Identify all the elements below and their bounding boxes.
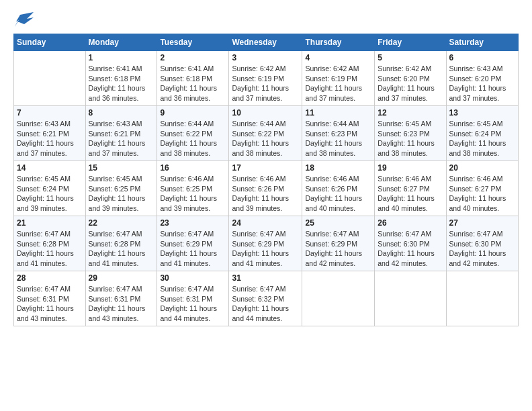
day-number: 8 <box>89 108 154 118</box>
calendar-cell: 27Sunrise: 6:47 AMSunset: 6:30 PMDayligh… <box>446 216 518 271</box>
day-number: 12 <box>378 108 443 118</box>
calendar-cell: 11Sunrise: 6:44 AMSunset: 6:23 PMDayligh… <box>302 106 375 161</box>
day-number: 18 <box>305 163 371 173</box>
day-detail: Sunrise: 6:46 AMSunset: 6:26 PMDaylight:… <box>305 174 371 214</box>
weekday-saturday: Saturday <box>446 34 518 51</box>
day-detail: Sunrise: 6:44 AMSunset: 6:22 PMDaylight:… <box>232 119 299 158</box>
calendar-cell: 10Sunrise: 6:44 AMSunset: 6:22 PMDayligh… <box>229 106 302 161</box>
calendar-cell: 29Sunrise: 6:47 AMSunset: 6:31 PMDayligh… <box>85 271 157 326</box>
calendar-cell: 14Sunrise: 6:45 AMSunset: 6:24 PMDayligh… <box>14 161 86 216</box>
week-row-5: 28Sunrise: 6:47 AMSunset: 6:31 PMDayligh… <box>14 271 519 326</box>
day-number: 20 <box>449 163 515 173</box>
calendar-cell: 15Sunrise: 6:45 AMSunset: 6:25 PMDayligh… <box>85 161 157 216</box>
day-detail: Sunrise: 6:42 AMSunset: 6:19 PMDaylight:… <box>232 64 299 103</box>
calendar-cell: 16Sunrise: 6:46 AMSunset: 6:25 PMDayligh… <box>157 161 229 216</box>
day-number: 15 <box>89 163 154 173</box>
day-number: 9 <box>160 108 226 118</box>
day-detail: Sunrise: 6:46 AMSunset: 6:26 PMDaylight:… <box>232 174 299 214</box>
weekday-monday: Monday <box>85 34 157 51</box>
weekday-wednesday: Wednesday <box>229 34 302 51</box>
day-number: 13 <box>449 108 515 118</box>
svg-marker-0 <box>15 12 34 27</box>
calendar-table: SundayMondayTuesdayWednesdayThursdayFrid… <box>13 34 519 326</box>
day-detail: Sunrise: 6:44 AMSunset: 6:22 PMDaylight:… <box>160 119 226 158</box>
calendar-cell <box>14 51 86 106</box>
day-number: 28 <box>17 273 83 283</box>
calendar-cell: 21Sunrise: 6:47 AMSunset: 6:28 PMDayligh… <box>14 216 86 271</box>
calendar-cell <box>446 271 518 326</box>
day-detail: Sunrise: 6:47 AMSunset: 6:32 PMDaylight:… <box>232 284 299 324</box>
day-detail: Sunrise: 6:47 AMSunset: 6:28 PMDaylight:… <box>89 229 154 269</box>
calendar-cell: 13Sunrise: 6:45 AMSunset: 6:24 PMDayligh… <box>446 106 518 161</box>
day-number: 30 <box>160 273 226 283</box>
day-detail: Sunrise: 6:45 AMSunset: 6:24 PMDaylight:… <box>17 174 83 214</box>
calendar-cell: 4Sunrise: 6:42 AMSunset: 6:19 PMDaylight… <box>302 51 375 106</box>
page: SundayMondayTuesdayWednesdayThursdayFrid… <box>0 0 532 411</box>
calendar-cell: 19Sunrise: 6:46 AMSunset: 6:27 PMDayligh… <box>375 161 446 216</box>
week-row-4: 21Sunrise: 6:47 AMSunset: 6:28 PMDayligh… <box>14 216 519 271</box>
day-detail: Sunrise: 6:47 AMSunset: 6:29 PMDaylight:… <box>160 229 226 269</box>
header <box>13 12 519 27</box>
calendar-cell: 7Sunrise: 6:43 AMSunset: 6:21 PMDaylight… <box>14 106 86 161</box>
logo-bird-icon <box>15 12 34 27</box>
day-number: 16 <box>160 163 226 173</box>
logo <box>13 12 34 27</box>
calendar-cell: 23Sunrise: 6:47 AMSunset: 6:29 PMDayligh… <box>157 216 229 271</box>
day-detail: Sunrise: 6:47 AMSunset: 6:29 PMDaylight:… <box>305 229 371 269</box>
calendar-cell: 17Sunrise: 6:46 AMSunset: 6:26 PMDayligh… <box>229 161 302 216</box>
calendar-cell <box>375 271 446 326</box>
day-number: 4 <box>305 53 371 62</box>
weekday-thursday: Thursday <box>302 34 375 51</box>
weekday-sunday: Sunday <box>14 34 86 51</box>
day-number: 24 <box>232 218 299 228</box>
day-detail: Sunrise: 6:42 AMSunset: 6:20 PMDaylight:… <box>378 64 443 103</box>
day-number: 21 <box>17 218 83 228</box>
day-number: 7 <box>17 108 83 118</box>
day-number: 17 <box>232 163 299 173</box>
weekday-tuesday: Tuesday <box>157 34 229 51</box>
day-detail: Sunrise: 6:45 AMSunset: 6:25 PMDaylight:… <box>89 174 154 214</box>
week-row-3: 14Sunrise: 6:45 AMSunset: 6:24 PMDayligh… <box>14 161 519 216</box>
day-number: 2 <box>160 53 226 62</box>
day-detail: Sunrise: 6:46 AMSunset: 6:25 PMDaylight:… <box>160 174 226 214</box>
calendar-cell: 18Sunrise: 6:46 AMSunset: 6:26 PMDayligh… <box>302 161 375 216</box>
day-detail: Sunrise: 6:45 AMSunset: 6:24 PMDaylight:… <box>449 119 515 158</box>
calendar-cell: 6Sunrise: 6:43 AMSunset: 6:20 PMDaylight… <box>446 51 518 106</box>
calendar-cell: 5Sunrise: 6:42 AMSunset: 6:20 PMDaylight… <box>375 51 446 106</box>
day-number: 31 <box>232 273 299 283</box>
calendar-cell: 20Sunrise: 6:46 AMSunset: 6:27 PMDayligh… <box>446 161 518 216</box>
day-number: 19 <box>378 163 443 173</box>
day-detail: Sunrise: 6:47 AMSunset: 6:30 PMDaylight:… <box>449 229 515 269</box>
day-detail: Sunrise: 6:47 AMSunset: 6:31 PMDaylight:… <box>160 284 226 324</box>
day-number: 11 <box>305 108 371 118</box>
day-detail: Sunrise: 6:47 AMSunset: 6:31 PMDaylight:… <box>17 284 83 324</box>
calendar-cell: 1Sunrise: 6:41 AMSunset: 6:18 PMDaylight… <box>85 51 157 106</box>
calendar-cell: 2Sunrise: 6:41 AMSunset: 6:18 PMDaylight… <box>157 51 229 106</box>
day-number: 29 <box>89 273 154 283</box>
day-detail: Sunrise: 6:47 AMSunset: 6:30 PMDaylight:… <box>378 229 443 269</box>
calendar-cell <box>302 271 375 326</box>
day-number: 27 <box>449 218 515 228</box>
week-row-1: 1Sunrise: 6:41 AMSunset: 6:18 PMDaylight… <box>14 51 519 106</box>
day-detail: Sunrise: 6:46 AMSunset: 6:27 PMDaylight:… <box>449 174 515 214</box>
weekday-header-row: SundayMondayTuesdayWednesdayThursdayFrid… <box>14 34 519 51</box>
calendar-cell: 31Sunrise: 6:47 AMSunset: 6:32 PMDayligh… <box>229 271 302 326</box>
calendar-cell: 30Sunrise: 6:47 AMSunset: 6:31 PMDayligh… <box>157 271 229 326</box>
day-number: 22 <box>89 218 154 228</box>
day-detail: Sunrise: 6:44 AMSunset: 6:23 PMDaylight:… <box>305 119 371 158</box>
week-row-2: 7Sunrise: 6:43 AMSunset: 6:21 PMDaylight… <box>14 106 519 161</box>
day-detail: Sunrise: 6:47 AMSunset: 6:31 PMDaylight:… <box>89 284 154 324</box>
calendar-cell: 8Sunrise: 6:43 AMSunset: 6:21 PMDaylight… <box>85 106 157 161</box>
day-detail: Sunrise: 6:42 AMSunset: 6:19 PMDaylight:… <box>305 64 371 103</box>
day-number: 5 <box>378 53 443 62</box>
day-detail: Sunrise: 6:45 AMSunset: 6:23 PMDaylight:… <box>378 119 443 158</box>
logo-text <box>13 12 34 27</box>
day-detail: Sunrise: 6:47 AMSunset: 6:28 PMDaylight:… <box>17 229 83 269</box>
day-number: 26 <box>378 218 443 228</box>
calendar-cell: 25Sunrise: 6:47 AMSunset: 6:29 PMDayligh… <box>302 216 375 271</box>
day-number: 10 <box>232 108 299 118</box>
day-detail: Sunrise: 6:46 AMSunset: 6:27 PMDaylight:… <box>378 174 443 214</box>
calendar-cell: 3Sunrise: 6:42 AMSunset: 6:19 PMDaylight… <box>229 51 302 106</box>
calendar-cell: 12Sunrise: 6:45 AMSunset: 6:23 PMDayligh… <box>375 106 446 161</box>
day-number: 3 <box>232 53 299 62</box>
